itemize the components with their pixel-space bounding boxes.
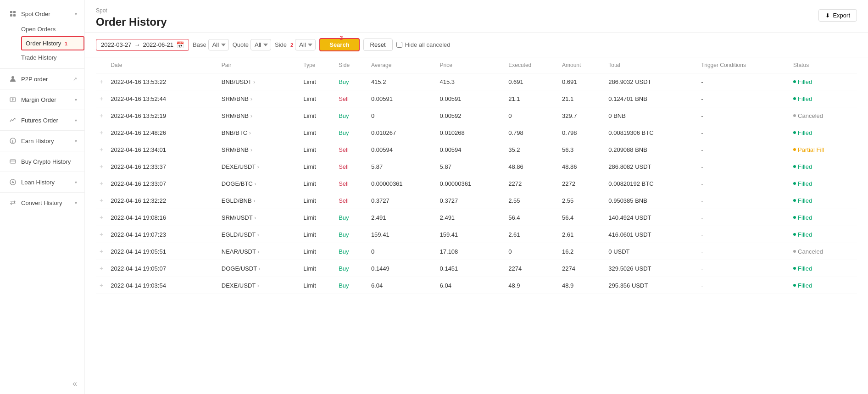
row-price: 5.87 <box>436 158 505 175</box>
badge-1: 1 <box>65 41 67 46</box>
table-row: +2022-04-16 12:33:07DOGE/BTCLimitSell0.0… <box>96 175 857 192</box>
quote-select[interactable]: All <box>250 39 271 50</box>
row-date: 2022-04-16 12:34:01 <box>107 141 218 158</box>
calendar-icon: 📅 <box>176 41 184 49</box>
row-price: 0.010268 <box>436 124 505 141</box>
row-expand-button[interactable]: + <box>100 248 103 255</box>
row-status: Filled <box>790 158 857 175</box>
base-select[interactable]: All <box>208 39 229 50</box>
table-header-row: Date Pair Type Side Average Price Execut… <box>96 57 857 73</box>
row-total: 295.356 USDT <box>605 277 697 294</box>
status-badge: Canceled <box>793 112 853 119</box>
row-expand-button[interactable]: + <box>100 197 103 204</box>
row-date: 2022-04-16 13:53:22 <box>107 73 218 90</box>
table-row: +2022-04-16 13:52:44SRM/BNBLimitSell0.00… <box>96 90 857 107</box>
svg-rect-3 <box>13 14 16 17</box>
row-average: 0 <box>367 107 436 124</box>
row-average: 5.87 <box>367 158 436 175</box>
sidebar-item-open-orders[interactable]: Open Orders <box>21 22 84 36</box>
row-expand-button[interactable]: + <box>100 231 103 238</box>
sidebar-item-p2p[interactable]: P2P order ↗ <box>0 71 84 87</box>
pair-link[interactable]: BNB/BTC <box>222 129 251 136</box>
row-average: 159.41 <box>367 226 436 243</box>
row-total: 0.124701 BNB <box>605 90 697 107</box>
chevron-icon: ▾ <box>75 11 77 17</box>
row-date: 2022-04-14 19:05:07 <box>107 260 218 277</box>
row-total: 0.00820192 BTC <box>605 175 697 192</box>
sidebar-collapse-button[interactable]: « <box>0 373 84 394</box>
pair-link[interactable]: DEXE/USDT <box>222 163 259 170</box>
row-type: Limit <box>300 226 335 243</box>
pair-link[interactable]: SRM/USDT <box>222 214 256 221</box>
row-expand-button[interactable]: + <box>100 265 103 272</box>
row-expand-button[interactable]: + <box>100 282 103 289</box>
download-icon: ⬇ <box>825 12 830 19</box>
status-badge: Filled <box>793 78 853 85</box>
filter-bar: 2022-03-27 → 2022-06-21 📅 Base All Quote… <box>85 33 868 57</box>
sidebar-item-spot-order[interactable]: Spot Order ▾ <box>0 6 84 22</box>
person-icon <box>9 75 17 83</box>
side-select[interactable]: All <box>295 39 316 50</box>
pair-link[interactable]: SRM/BNB <box>222 95 252 102</box>
row-trigger: - <box>697 192 790 209</box>
card-icon <box>9 158 17 165</box>
row-date: 2022-04-16 13:52:44 <box>107 90 218 107</box>
hide-cancelled-checkbox[interactable] <box>396 42 402 48</box>
row-side: Buy <box>335 73 367 90</box>
sidebar-item-trade-history[interactable]: Trade History <box>21 50 84 65</box>
row-expand-button[interactable]: + <box>100 146 103 153</box>
convert-icon <box>9 199 17 206</box>
pair-link[interactable]: DOGE/USDT <box>222 265 261 272</box>
row-expand-button[interactable]: + <box>100 112 103 119</box>
sidebar-item-futures[interactable]: Futures Order ▾ <box>0 112 84 128</box>
sidebar-item-margin[interactable]: Margin Order ▾ <box>0 91 84 108</box>
row-expand-button[interactable]: + <box>100 163 103 170</box>
row-expand-button[interactable]: + <box>100 129 103 136</box>
pair-link[interactable]: EGLD/BNB <box>222 197 256 204</box>
sidebar-item-spot-order-label: Spot Order <box>21 11 75 17</box>
reset-button[interactable]: Reset <box>363 39 393 51</box>
status-badge: Filled <box>793 180 853 187</box>
col-header-amount: Amount <box>558 57 605 73</box>
pair-link[interactable]: DOGE/BTC <box>222 180 256 187</box>
row-side: Buy <box>335 243 367 260</box>
table-row: +2022-04-14 19:05:07DOGE/USDTLimitBuy0.1… <box>96 260 857 277</box>
row-expand-button[interactable]: + <box>100 180 103 187</box>
row-pair: DEXE/USDT <box>218 158 300 175</box>
sidebar-item-loan[interactable]: Loan History ▾ <box>0 174 84 190</box>
pair-link[interactable]: SRM/BNB <box>222 112 252 119</box>
date-range-filter[interactable]: 2022-03-27 → 2022-06-21 📅 <box>96 39 189 51</box>
table-row: +2022-04-16 12:33:37DEXE/USDTLimitSell5.… <box>96 158 857 175</box>
pair-link[interactable]: DEXE/USDT <box>222 282 259 289</box>
base-label: Base <box>193 41 206 48</box>
row-total: 416.0601 USDT <box>605 226 697 243</box>
sidebar-divider-2 <box>0 89 84 89</box>
sidebar-item-loan-label: Loan History <box>21 179 75 186</box>
date-arrow: → <box>134 41 140 48</box>
table-row: +2022-04-16 12:48:26BNB/BTCLimitBuy0.010… <box>96 124 857 141</box>
sidebar-item-convert[interactable]: Convert History ▾ <box>0 194 84 211</box>
row-pair: BNB/BTC <box>218 124 300 141</box>
sidebar-divider-7 <box>0 192 84 193</box>
status-badge: Canceled <box>793 248 853 255</box>
row-expand-button[interactable]: + <box>100 214 103 221</box>
row-type: Limit <box>300 158 335 175</box>
pair-link[interactable]: SRM/BNB <box>222 146 252 153</box>
hide-cancelled-label[interactable]: Hide all canceled <box>396 41 451 48</box>
sidebar-item-order-history[interactable]: Order History 1 <box>21 36 84 50</box>
pair-link[interactable]: NEAR/USDT <box>222 248 260 255</box>
row-expand-button[interactable]: + <box>100 78 103 85</box>
pair-link[interactable]: BNB/USDT <box>222 78 255 85</box>
col-header-average: Average <box>367 57 436 73</box>
table-row: +2022-04-16 13:52:19SRM/BNBLimitBuy00.00… <box>96 107 857 124</box>
sidebar-item-buy-crypto[interactable]: Buy Crypto History <box>0 153 84 170</box>
export-button[interactable]: ⬇ Export <box>818 9 857 22</box>
row-pair: SRM/BNB <box>218 90 300 107</box>
chevron-earn-icon: ▾ <box>75 139 77 144</box>
row-expand-button[interactable]: + <box>100 95 103 102</box>
row-trigger: - <box>697 90 790 107</box>
sidebar-item-earn[interactable]: $ Earn History ▾ <box>0 133 84 149</box>
row-status: Filled <box>790 226 857 243</box>
pair-link[interactable]: EGLD/USDT <box>222 231 259 238</box>
chevron-loan-icon: ▾ <box>75 180 77 185</box>
